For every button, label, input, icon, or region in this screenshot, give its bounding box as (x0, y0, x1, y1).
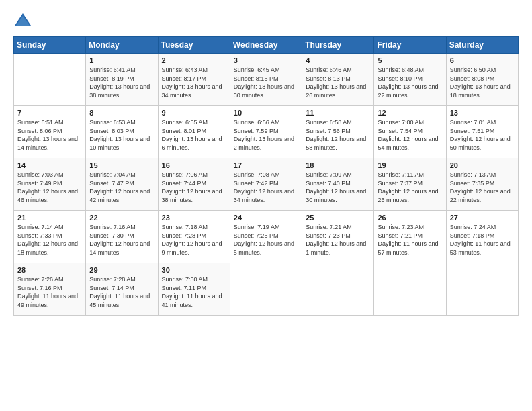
col-header-saturday: Saturday (446, 37, 518, 54)
day-number: 15 (89, 161, 154, 169)
day-info: Sunrise: 7:13 AMSunset: 7:35 PMDaylight:… (450, 171, 515, 204)
day-number: 16 (162, 161, 226, 169)
day-cell: 25Sunrise: 7:21 AMSunset: 7:23 PMDayligh… (302, 211, 374, 263)
day-cell (302, 263, 374, 316)
day-info: Sunrise: 7:00 AMSunset: 7:54 PMDaylight:… (378, 118, 442, 152)
day-number: 2 (162, 56, 226, 64)
day-cell: 20Sunrise: 7:13 AMSunset: 7:35 PMDayligh… (446, 158, 518, 211)
day-cell: 2Sunrise: 6:43 AMSunset: 8:17 PMDaylight… (158, 54, 230, 106)
day-number: 27 (450, 214, 515, 222)
day-number: 28 (17, 266, 82, 274)
week-row-2: 7Sunrise: 6:51 AMSunset: 8:06 PMDaylight… (14, 106, 519, 158)
week-row-3: 14Sunrise: 7:03 AMSunset: 7:49 PMDayligh… (14, 158, 519, 211)
day-cell (230, 263, 302, 316)
day-info: Sunrise: 6:58 AMSunset: 7:56 PMDaylight:… (306, 118, 370, 152)
day-info: Sunrise: 6:50 AMSunset: 8:08 PMDaylight:… (450, 66, 515, 99)
day-number: 5 (378, 56, 442, 64)
day-cell: 7Sunrise: 6:51 AMSunset: 8:06 PMDaylight… (14, 106, 86, 158)
day-cell: 21Sunrise: 7:14 AMSunset: 7:33 PMDayligh… (14, 211, 86, 263)
day-info: Sunrise: 6:48 AMSunset: 8:10 PMDaylight:… (378, 66, 442, 99)
day-cell: 9Sunrise: 6:55 AMSunset: 8:01 PMDaylight… (158, 106, 230, 158)
day-number: 3 (234, 56, 298, 64)
day-cell: 10Sunrise: 6:56 AMSunset: 7:59 PMDayligh… (230, 106, 302, 158)
day-info: Sunrise: 7:06 AMSunset: 7:44 PMDaylight:… (162, 171, 226, 204)
day-cell: 16Sunrise: 7:06 AMSunset: 7:44 PMDayligh… (158, 158, 230, 211)
week-row-4: 21Sunrise: 7:14 AMSunset: 7:33 PMDayligh… (14, 211, 519, 263)
day-cell: 23Sunrise: 7:18 AMSunset: 7:28 PMDayligh… (158, 211, 230, 263)
day-number: 8 (89, 109, 154, 117)
col-header-monday: Monday (86, 37, 158, 54)
day-cell: 18Sunrise: 7:09 AMSunset: 7:40 PMDayligh… (302, 158, 374, 211)
day-cell: 26Sunrise: 7:23 AMSunset: 7:21 PMDayligh… (374, 211, 446, 263)
day-info: Sunrise: 7:11 AMSunset: 7:37 PMDaylight:… (378, 171, 442, 204)
day-info: Sunrise: 7:21 AMSunset: 7:23 PMDaylight:… (306, 223, 370, 257)
day-cell (14, 54, 86, 106)
page: SundayMondayTuesdayWednesdayThursdayFrid… (0, 0, 532, 411)
week-row-5: 28Sunrise: 7:26 AMSunset: 7:16 PMDayligh… (14, 263, 519, 316)
day-info: Sunrise: 6:46 AMSunset: 8:13 PMDaylight:… (306, 66, 370, 99)
day-info: Sunrise: 7:03 AMSunset: 7:49 PMDaylight:… (17, 171, 82, 204)
day-number: 18 (306, 161, 370, 169)
day-info: Sunrise: 6:53 AMSunset: 8:03 PMDaylight:… (89, 118, 154, 152)
day-cell: 15Sunrise: 7:04 AMSunset: 7:47 PMDayligh… (86, 158, 158, 211)
day-number: 21 (17, 214, 82, 222)
day-info: Sunrise: 7:26 AMSunset: 7:16 PMDaylight:… (17, 275, 82, 309)
day-info: Sunrise: 7:14 AMSunset: 7:33 PMDaylight:… (17, 223, 82, 257)
col-header-thursday: Thursday (302, 37, 374, 54)
day-info: Sunrise: 6:56 AMSunset: 7:59 PMDaylight:… (234, 118, 298, 152)
day-number: 23 (162, 214, 226, 222)
day-cell (374, 263, 446, 316)
week-row-1: 1Sunrise: 6:41 AMSunset: 8:19 PMDaylight… (14, 54, 519, 106)
day-cell: 3Sunrise: 6:45 AMSunset: 8:15 PMDaylight… (230, 54, 302, 106)
day-number: 25 (306, 214, 370, 222)
day-cell: 28Sunrise: 7:26 AMSunset: 7:16 PMDayligh… (14, 263, 86, 316)
day-info: Sunrise: 7:19 AMSunset: 7:25 PMDaylight:… (234, 223, 298, 257)
day-info: Sunrise: 6:45 AMSunset: 8:15 PMDaylight:… (234, 66, 298, 99)
day-number: 19 (378, 161, 442, 169)
day-number: 20 (450, 161, 515, 169)
day-cell: 30Sunrise: 7:30 AMSunset: 7:11 PMDayligh… (158, 263, 230, 316)
day-cell (446, 263, 518, 316)
day-number: 1 (89, 56, 154, 64)
day-info: Sunrise: 7:23 AMSunset: 7:21 PMDaylight:… (378, 223, 442, 257)
day-number: 7 (17, 109, 82, 117)
day-number: 13 (450, 109, 515, 117)
day-info: Sunrise: 6:51 AMSunset: 8:06 PMDaylight:… (17, 118, 82, 152)
day-info: Sunrise: 7:24 AMSunset: 7:18 PMDaylight:… (450, 223, 515, 257)
day-cell: 8Sunrise: 6:53 AMSunset: 8:03 PMDaylight… (86, 106, 158, 158)
day-cell: 14Sunrise: 7:03 AMSunset: 7:49 PMDayligh… (14, 158, 86, 211)
day-number: 24 (234, 214, 298, 222)
day-cell: 22Sunrise: 7:16 AMSunset: 7:30 PMDayligh… (86, 211, 158, 263)
day-cell: 24Sunrise: 7:19 AMSunset: 7:25 PMDayligh… (230, 211, 302, 263)
day-info: Sunrise: 7:04 AMSunset: 7:47 PMDaylight:… (89, 171, 154, 204)
day-info: Sunrise: 6:41 AMSunset: 8:19 PMDaylight:… (89, 66, 154, 99)
day-info: Sunrise: 7:08 AMSunset: 7:42 PMDaylight:… (234, 171, 298, 204)
day-cell: 27Sunrise: 7:24 AMSunset: 7:18 PMDayligh… (446, 211, 518, 263)
day-cell: 4Sunrise: 6:46 AMSunset: 8:13 PMDaylight… (302, 54, 374, 106)
day-info: Sunrise: 7:28 AMSunset: 7:14 PMDaylight:… (89, 275, 154, 309)
day-number: 10 (234, 109, 298, 117)
logo (13, 11, 35, 30)
day-cell: 13Sunrise: 7:01 AMSunset: 7:51 PMDayligh… (446, 106, 518, 158)
day-number: 6 (450, 56, 515, 64)
day-info: Sunrise: 6:43 AMSunset: 8:17 PMDaylight:… (162, 66, 226, 99)
header (13, 11, 519, 30)
day-number: 9 (162, 109, 226, 117)
day-cell: 1Sunrise: 6:41 AMSunset: 8:19 PMDaylight… (86, 54, 158, 106)
day-number: 17 (234, 161, 298, 169)
col-header-wednesday: Wednesday (230, 37, 302, 54)
day-number: 29 (89, 266, 154, 274)
logo-icon (13, 11, 32, 30)
day-number: 12 (378, 109, 442, 117)
day-cell: 19Sunrise: 7:11 AMSunset: 7:37 PMDayligh… (374, 158, 446, 211)
day-cell: 12Sunrise: 7:00 AMSunset: 7:54 PMDayligh… (374, 106, 446, 158)
day-cell: 6Sunrise: 6:50 AMSunset: 8:08 PMDaylight… (446, 54, 518, 106)
day-cell: 5Sunrise: 6:48 AMSunset: 8:10 PMDaylight… (374, 54, 446, 106)
day-cell: 17Sunrise: 7:08 AMSunset: 7:42 PMDayligh… (230, 158, 302, 211)
day-cell: 29Sunrise: 7:28 AMSunset: 7:14 PMDayligh… (86, 263, 158, 316)
day-info: Sunrise: 7:09 AMSunset: 7:40 PMDaylight:… (306, 171, 370, 204)
day-number: 30 (162, 266, 226, 274)
day-number: 11 (306, 109, 370, 117)
calendar-table: SundayMondayTuesdayWednesdayThursdayFrid… (13, 36, 519, 316)
day-info: Sunrise: 7:01 AMSunset: 7:51 PMDaylight:… (450, 118, 515, 152)
